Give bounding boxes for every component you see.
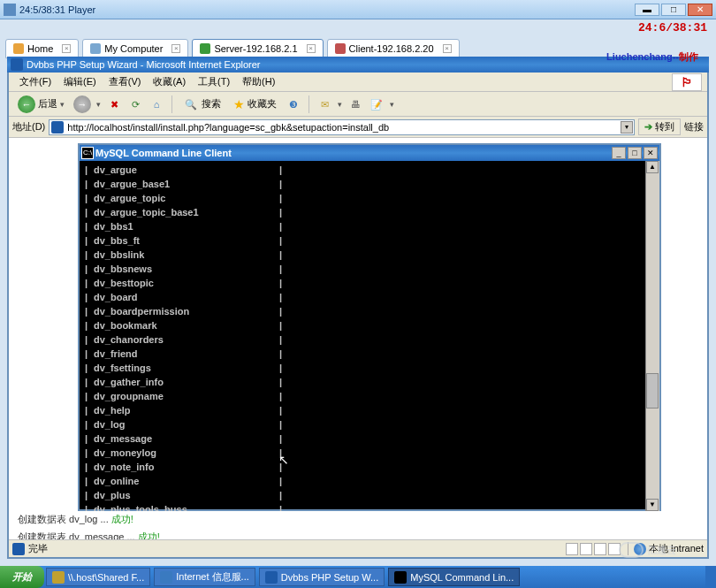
- scroll-down-icon[interactable]: ▼: [646, 499, 659, 511]
- home-icon: [13, 43, 24, 54]
- cmd-row: |dv_argue_topic|: [85, 191, 640, 205]
- back-button[interactable]: ←后退▾: [14, 94, 68, 115]
- cmd-min-button[interactable]: _: [612, 147, 626, 159]
- ie-logo-icon: 🏳: [672, 73, 702, 91]
- scroll-thumb[interactable]: [646, 373, 659, 409]
- cmd-row: |dv_message|: [85, 431, 640, 446]
- cmd-max-button[interactable]: □: [628, 147, 642, 159]
- edit-button[interactable]: 📝: [369, 96, 385, 112]
- watermark: 亿速云: [619, 537, 698, 563]
- refresh-button[interactable]: ⟳: [127, 96, 143, 112]
- tab-label: My Computer: [104, 43, 163, 54]
- system-tray[interactable]: [705, 566, 716, 588]
- tab-mycomputer[interactable]: My Computer ×: [82, 39, 188, 58]
- taskbar-item[interactable]: Dvbbs PHP Setup W...: [259, 568, 385, 586]
- ie-status-icon: [12, 543, 25, 555]
- player-max-button[interactable]: □: [661, 4, 686, 16]
- cmd-body: |dv_argue||dv_argue_base1||dv_argue_topi…: [80, 161, 659, 511]
- install-log-line: 创建数据表 dv_message ... 成功!: [18, 531, 160, 539]
- cmd-title: MySQL Command Line Client: [95, 148, 610, 158]
- cmd-close-button[interactable]: ✕: [644, 147, 658, 159]
- address-dropdown-icon[interactable]: ▾: [621, 121, 633, 134]
- home-button[interactable]: ⌂: [149, 96, 164, 112]
- cmd-task-icon: [394, 571, 407, 584]
- cmd-row: |dv_log|: [85, 417, 640, 431]
- taskbar-item[interactable]: MySQL Command Lin...: [388, 568, 520, 586]
- edit-chevron-icon[interactable]: ▾: [390, 100, 394, 109]
- ie-statusbar: 完毕 本地 Intranet: [9, 539, 707, 557]
- print-button[interactable]: 🖶: [347, 96, 363, 112]
- cmd-row: |dv_bbslink|: [85, 248, 640, 262]
- favorites-button[interactable]: ★收藏夹: [230, 95, 280, 113]
- menu-tools[interactable]: 工具(T): [193, 73, 235, 90]
- links-label[interactable]: 链接: [684, 120, 704, 134]
- history-button[interactable]: ❸: [286, 96, 301, 112]
- cmd-row: |dv_fsettings|: [85, 361, 640, 375]
- cmd-icon: C:\: [81, 147, 94, 159]
- overlay-time: 24:6/38:31: [638, 21, 707, 34]
- tab-close-icon[interactable]: ×: [62, 44, 71, 53]
- tab-label: Server-192.168.2.1: [214, 43, 297, 54]
- player-titlebar: 24:5/38:31 Player ▬ □ ✕: [0, 0, 716, 19]
- status-indicator-icon: [594, 543, 606, 555]
- search-button[interactable]: 🔍搜索: [179, 95, 225, 114]
- cmd-row: |dv_bookmark|: [85, 318, 640, 332]
- cmd-row: |dv_help|: [85, 403, 640, 417]
- scroll-up-icon[interactable]: ▲: [646, 161, 659, 173]
- cmd-row: |dv_argue_base1|: [85, 177, 640, 191]
- tab-server[interactable]: Server-192.168.2.1 ×: [192, 39, 323, 58]
- url-page-icon: [51, 121, 64, 134]
- player-min-button[interactable]: ▬: [635, 4, 659, 16]
- player-title: 24:5/38:31 Player: [19, 4, 635, 15]
- player-icon: [4, 4, 16, 16]
- tab-home[interactable]: Home ×: [5, 39, 79, 58]
- mail-button[interactable]: ✉: [316, 96, 332, 112]
- install-log-line: 创建数据表 dv_log ... 成功!: [18, 513, 133, 526]
- mail-chevron-icon[interactable]: ▾: [338, 100, 342, 109]
- tab-close-icon[interactable]: ×: [443, 44, 452, 53]
- menu-view[interactable]: 查看(V): [103, 73, 147, 90]
- server-icon: [200, 43, 210, 54]
- menu-help[interactable]: 帮助(H): [237, 73, 280, 90]
- iis-icon: [160, 571, 172, 584]
- cmd-row: |dv_boardpermission|: [85, 304, 640, 318]
- client-icon: [335, 43, 346, 54]
- cmd-row: |dv_board|: [85, 290, 640, 304]
- cmd-row: |dv_online|: [85, 474, 640, 488]
- tab-label: Home: [27, 43, 53, 54]
- menu-favorites[interactable]: 收藏(A): [148, 73, 191, 90]
- start-button[interactable]: 开始: [0, 566, 44, 588]
- address-input[interactable]: [49, 119, 635, 135]
- menu-edit[interactable]: 编辑(E): [58, 73, 102, 90]
- stop-button[interactable]: ✖: [106, 96, 122, 112]
- tab-close-icon[interactable]: ×: [171, 44, 180, 53]
- forward-button[interactable]: →: [73, 95, 91, 113]
- cmd-titlebar[interactable]: C:\ MySQL Command Line Client _ □ ✕: [80, 145, 659, 161]
- ie-addressbar: 地址(D) ▾ ➔转到 链接: [9, 117, 707, 138]
- tab-client[interactable]: Client-192.168.2.20 ×: [327, 39, 460, 58]
- cmd-scrollbar[interactable]: ▲ ▼: [645, 161, 659, 511]
- address-label: 地址(D): [12, 120, 45, 134]
- cmd-row: |dv_besttopic|: [85, 276, 640, 290]
- cmd-row: |dv_bbsnews|: [85, 262, 640, 276]
- cursor-icon: ↖: [278, 453, 289, 467]
- player-close-button[interactable]: ✕: [688, 4, 712, 16]
- cmd-row: |dv_note_info|: [85, 460, 640, 474]
- cmd-row: |dv_groupname|: [85, 389, 640, 403]
- ie-task-icon: [265, 571, 278, 584]
- cmd-row: |dv_chanorders|: [85, 332, 640, 347]
- taskbar-item[interactable]: \\.host\Shared F...: [46, 568, 150, 586]
- go-button[interactable]: ➔转到: [638, 118, 681, 135]
- tab-close-icon[interactable]: ×: [307, 44, 316, 53]
- cmd-row: |dv_moneylog|: [85, 446, 640, 460]
- taskbar-item[interactable]: Internet 信息服...: [154, 568, 255, 586]
- menu-file[interactable]: 文件(F): [14, 73, 57, 90]
- watermark-text: 亿速云: [647, 544, 676, 557]
- forward-chevron-icon[interactable]: ▾: [96, 100, 101, 109]
- cmd-row: |dv_plus|: [85, 488, 640, 502]
- status-indicator-icon: [566, 543, 578, 555]
- cmd-row: |dv_argue|: [85, 163, 640, 177]
- ie-title: Dvbbs PHP Setup Wizard - Microsoft Inter…: [27, 59, 261, 70]
- ie-status-text: 完毕: [28, 542, 48, 555]
- cmd-window: C:\ MySQL Command Line Client _ □ ✕ |dv_…: [78, 143, 661, 511]
